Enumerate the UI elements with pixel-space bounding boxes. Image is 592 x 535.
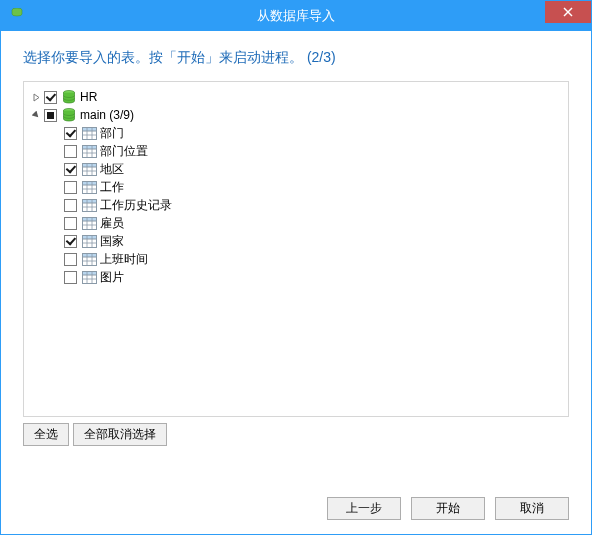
close-button[interactable] <box>545 1 591 23</box>
table-checkbox[interactable] <box>64 253 77 266</box>
table-icon <box>81 162 97 176</box>
tree-table-row[interactable]: 上班时间 <box>28 250 564 268</box>
table-checkbox[interactable] <box>64 199 77 212</box>
tree-table-row[interactable]: 部门 <box>28 124 564 142</box>
svg-rect-35 <box>82 235 96 239</box>
table-icon <box>81 234 97 248</box>
table-label: 部门 <box>100 124 124 142</box>
table-icon <box>81 198 97 212</box>
database-icon <box>61 90 77 104</box>
db-checkbox[interactable] <box>44 91 57 104</box>
table-tree[interactable]: HRmain (3/9)部门部门位置地区工作工作历史记录雇员国家上班时间图片 <box>23 81 569 417</box>
table-icon <box>81 216 97 230</box>
svg-rect-15 <box>82 163 96 167</box>
table-icon <box>81 252 97 266</box>
titlebar: 从数据库导入 <box>1 1 591 31</box>
table-checkbox[interactable] <box>64 217 77 230</box>
instruction-text: 选择你要导入的表。按「开始」来启动进程。 (2/3) <box>1 31 591 81</box>
tree-table-row[interactable]: 国家 <box>28 232 564 250</box>
table-checkbox[interactable] <box>64 181 77 194</box>
table-checkbox[interactable] <box>64 163 77 176</box>
selection-buttons: 全选 全部取消选择 <box>23 423 569 446</box>
dialog-window: 从数据库导入 选择你要导入的表。按「开始」来启动进程。 (2/3) HRmain… <box>0 0 592 535</box>
collapse-icon[interactable] <box>30 109 42 121</box>
cancel-button[interactable]: 取消 <box>495 497 569 520</box>
expander-spacer <box>50 163 62 175</box>
expander-spacer <box>50 199 62 211</box>
db-label: HR <box>80 88 97 106</box>
table-label: 地区 <box>100 160 124 178</box>
expander-spacer <box>50 181 62 193</box>
db-label: main (3/9) <box>80 106 134 124</box>
svg-rect-30 <box>82 217 96 221</box>
footer-buttons: 上一步 开始 取消 <box>327 497 569 520</box>
table-checkbox[interactable] <box>64 127 77 140</box>
tree-table-row[interactable]: 雇员 <box>28 214 564 232</box>
expander-spacer <box>50 235 62 247</box>
table-label: 工作 <box>100 178 124 196</box>
expand-icon[interactable] <box>30 91 42 103</box>
db-checkbox[interactable] <box>44 109 57 122</box>
start-button[interactable]: 开始 <box>411 497 485 520</box>
svg-rect-25 <box>82 199 96 203</box>
select-all-button[interactable]: 全选 <box>23 423 69 446</box>
database-icon <box>61 108 77 122</box>
deselect-all-button[interactable]: 全部取消选择 <box>73 423 167 446</box>
table-label: 图片 <box>100 268 124 286</box>
window-title: 从数据库导入 <box>1 7 591 25</box>
table-label: 上班时间 <box>100 250 148 268</box>
svg-rect-5 <box>82 127 96 131</box>
tree-table-row[interactable]: 工作 <box>28 178 564 196</box>
table-checkbox[interactable] <box>64 145 77 158</box>
expander-spacer <box>50 271 62 283</box>
table-icon <box>81 144 97 158</box>
table-icon <box>81 270 97 284</box>
table-icon <box>81 126 97 140</box>
expander-spacer <box>50 217 62 229</box>
app-icon <box>9 8 25 24</box>
svg-rect-45 <box>82 271 96 275</box>
svg-rect-10 <box>82 145 96 149</box>
table-icon <box>81 180 97 194</box>
tree-db-row[interactable]: main (3/9) <box>28 106 564 124</box>
tree-db-row[interactable]: HR <box>28 88 564 106</box>
close-icon <box>563 7 573 17</box>
svg-rect-20 <box>82 181 96 185</box>
tree-table-row[interactable]: 地区 <box>28 160 564 178</box>
table-label: 工作历史记录 <box>100 196 172 214</box>
table-checkbox[interactable] <box>64 235 77 248</box>
table-label: 国家 <box>100 232 124 250</box>
tree-table-row[interactable]: 工作历史记录 <box>28 196 564 214</box>
table-checkbox[interactable] <box>64 271 77 284</box>
expander-spacer <box>50 253 62 265</box>
expander-spacer <box>50 145 62 157</box>
tree-table-row[interactable]: 部门位置 <box>28 142 564 160</box>
svg-rect-40 <box>82 253 96 257</box>
prev-button[interactable]: 上一步 <box>327 497 401 520</box>
expander-spacer <box>50 127 62 139</box>
tree-table-row[interactable]: 图片 <box>28 268 564 286</box>
table-label: 部门位置 <box>100 142 148 160</box>
table-label: 雇员 <box>100 214 124 232</box>
